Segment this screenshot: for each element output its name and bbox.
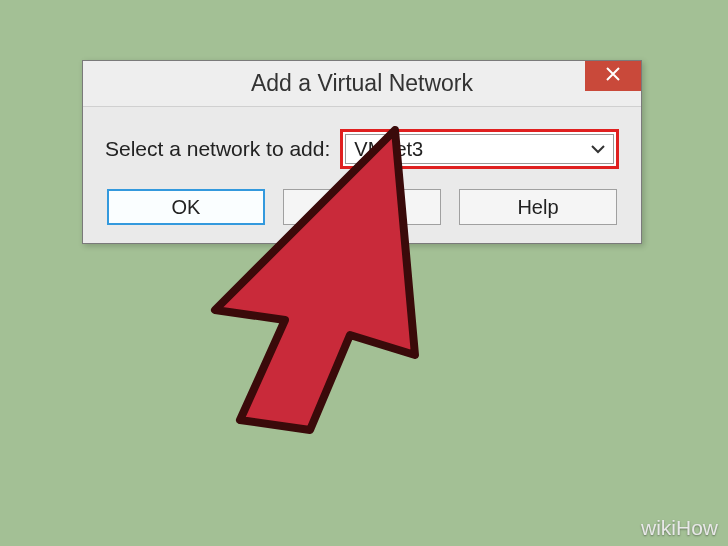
network-select-value: VMnet3: [354, 138, 423, 161]
cancel-button[interactable]: Cancel: [283, 189, 441, 225]
dialog-title: Add a Virtual Network: [251, 70, 473, 97]
button-row: OK Cancel Help: [105, 189, 619, 225]
select-label: Select a network to add:: [105, 137, 330, 161]
cancel-button-label: Cancel: [331, 196, 393, 219]
dialog-body: Select a network to add: VMnet3 OK Cance…: [83, 107, 641, 243]
watermark: wikiHow: [641, 516, 718, 540]
chevron-down-icon: [591, 144, 605, 154]
network-select-highlight: VMnet3: [340, 129, 619, 169]
ok-button-label: OK: [172, 196, 201, 219]
select-row: Select a network to add: VMnet3: [105, 129, 619, 169]
add-virtual-network-dialog: Add a Virtual Network Select a network t…: [82, 60, 642, 244]
network-select[interactable]: VMnet3: [345, 134, 614, 164]
help-button-label: Help: [517, 196, 558, 219]
ok-button[interactable]: OK: [107, 189, 265, 225]
close-icon: [606, 67, 620, 85]
help-button[interactable]: Help: [459, 189, 617, 225]
titlebar: Add a Virtual Network: [83, 61, 641, 107]
close-button[interactable]: [585, 61, 641, 91]
